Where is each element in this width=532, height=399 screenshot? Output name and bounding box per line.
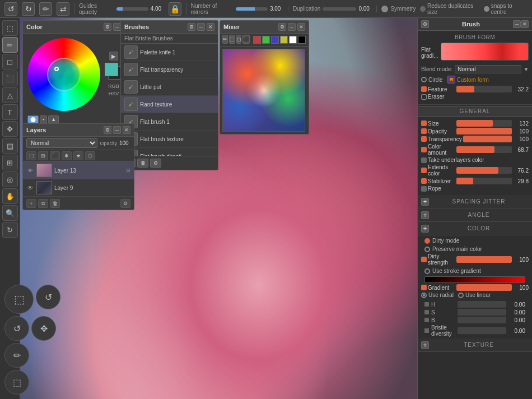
duplication-slider[interactable] — [323, 7, 356, 11]
brush-panel-minimize-button[interactable]: ─ — [513, 20, 521, 28]
b-slider[interactable] — [458, 317, 506, 323]
symmetry-toggle[interactable] — [381, 6, 388, 12]
layers-minimize-button[interactable]: ─ — [113, 126, 121, 134]
brush-item-palette-knife[interactable]: 🖌 Palette knife 1 — [121, 44, 218, 61]
bristle-diversity-slider[interactable] — [458, 327, 506, 334]
mixer-tool-1[interactable]: ✏ — [222, 35, 228, 44]
feature-slider[interactable] — [456, 86, 512, 92]
mixer-tool-2[interactable]: ⬚ — [229, 35, 235, 44]
mixer-color-white[interactable] — [289, 36, 297, 44]
blend-mode-value[interactable]: Normal — [455, 65, 521, 73]
mixer-settings-button[interactable]: ⚙ — [278, 23, 286, 31]
extends-color-slider[interactable] — [456, 167, 512, 174]
mixer-minimize-button[interactable]: ─ — [288, 23, 296, 31]
mixer-tool-4[interactable]: ⬛ — [242, 35, 250, 44]
transparency-slider[interactable] — [463, 136, 512, 142]
mixer-canvas[interactable] — [222, 49, 305, 132]
layer-icon-2[interactable]: ⊞ — [38, 151, 48, 160]
color-mode-triangle[interactable]: ▲ — [48, 115, 59, 123]
mixer-color-green[interactable] — [262, 36, 270, 44]
size-slider[interactable] — [456, 120, 512, 127]
circle-option[interactable]: Circle — [421, 76, 443, 83]
spacing-jitter-expand-button[interactable]: + — [421, 198, 429, 206]
brush-tool-button[interactable]: ✏ — [39, 2, 52, 16]
layer-visibility-9[interactable]: 👁 — [26, 184, 34, 192]
custom-form-option[interactable]: Custom form — [447, 76, 489, 83]
tool-shape[interactable]: △ — [2, 87, 18, 103]
lock-button[interactable]: 🔒 — [169, 2, 181, 16]
texture-expand-button[interactable]: + — [421, 341, 429, 349]
canvas-button[interactable]: ⬚ — [4, 285, 34, 314]
stroke-gradient-toggle[interactable] — [424, 268, 430, 274]
layer-copy-button[interactable]: ⧉ — [38, 199, 48, 208]
rotate-reset-button[interactable]: ↺ — [4, 316, 29, 341]
blend-mode-select[interactable]: Normal — [26, 138, 97, 148]
brush-item-flat-brush1[interactable]: 🖌 Flat brush 1 — [121, 113, 218, 131]
blend-button[interactable]: ⬚ — [4, 370, 29, 395]
guides-opacity-slider[interactable] — [116, 7, 148, 11]
tool-eraser[interactable]: ◻ — [2, 54, 18, 69]
layers-settings-button[interactable]: ⚙ — [104, 126, 111, 134]
layer-delete-button[interactable]: 🗑 — [50, 199, 60, 208]
brush-item-flat-brush-texture[interactable]: 🖌 Flat brush texture — [121, 131, 218, 148]
brush-settings-button[interactable]: ⚙ — [150, 159, 161, 168]
use-radial-option[interactable]: Use radial — [421, 292, 454, 298]
stabilizer-slider[interactable] — [456, 178, 512, 184]
layer-visibility-13[interactable]: 👁 — [26, 166, 34, 174]
layer-icon-4[interactable]: ✱ — [62, 151, 72, 160]
brushes-settings-button[interactable]: ⚙ — [188, 23, 195, 31]
mixer-color-blue[interactable] — [271, 36, 279, 44]
color-swatch-foreground[interactable] — [105, 63, 118, 76]
brush-item-flat-transparency[interactable]: 🖌 Flat transparency — [121, 61, 218, 78]
brush-item-flat-brush-directi[interactable]: 🖌 Flat brush directi... — [121, 148, 218, 156]
brush-panel-settings-button[interactable]: ⚙ — [421, 20, 429, 28]
brushes-minimize-button[interactable]: ─ — [197, 23, 205, 31]
s-slider[interactable] — [458, 309, 506, 316]
tool-crop[interactable]: ⊞ — [2, 155, 18, 170]
layer-add-button[interactable]: + — [26, 199, 36, 208]
undo-button[interactable]: ↺ — [4, 2, 17, 16]
layer-icon-3[interactable]: ⬛ — [50, 151, 60, 160]
color-wheel[interactable] — [27, 38, 100, 111]
layer-icon-1[interactable]: ⬚ — [26, 151, 36, 160]
tool-rotate[interactable]: ↻ — [2, 222, 18, 238]
tool-pan[interactable]: ✋ — [2, 188, 18, 204]
symmetry-tool-button[interactable]: ⇄ — [57, 2, 69, 16]
mixer-color-red[interactable] — [253, 36, 261, 44]
h-slider[interactable] — [458, 301, 506, 308]
brush-item-little-put[interactable]: 🖌 Little put — [121, 78, 218, 96]
layer-item-13[interactable]: 👁 Layer 13 ⊞ — [23, 162, 134, 179]
brush-panel-close-button[interactable]: ✕ — [521, 20, 529, 28]
color-settings-button[interactable]: ⚙ — [104, 23, 111, 31]
color-amount-slider[interactable] — [456, 146, 512, 153]
tool-fill[interactable]: ⬛ — [2, 71, 18, 86]
gradient-slider[interactable] — [456, 284, 512, 291]
color-arrow-button[interactable]: ▶ — [109, 52, 118, 61]
color-mode-wheel[interactable]: ⬤ — [27, 115, 39, 123]
mixer-tool-3[interactable]: ◻ — [236, 35, 241, 44]
brush-delete-button[interactable]: 🗑 — [137, 159, 148, 168]
redo-button[interactable]: ↻ — [22, 2, 35, 16]
preserve-main-toggle[interactable] — [424, 247, 430, 252]
color-expand-button[interactable]: + — [421, 225, 429, 233]
color-minimize-button[interactable]: ─ — [113, 23, 121, 31]
mixer-color-yellow[interactable] — [280, 36, 288, 44]
brushes-close-button[interactable]: ✕ — [207, 23, 214, 31]
mixer-close-button[interactable]: ✕ — [297, 23, 305, 31]
tool-zoom[interactable]: 🔍 — [2, 205, 18, 221]
use-linear-option[interactable]: Use linear — [458, 292, 491, 298]
layer-icon-5[interactable]: ★ — [73, 151, 83, 160]
mirrors-slider[interactable] — [236, 7, 268, 11]
dirty-mode-toggle[interactable] — [424, 238, 430, 244]
brush-item-rand-texture[interactable]: 🖌 Rand texture — [121, 96, 218, 113]
tool-gradient[interactable]: ▤ — [2, 138, 18, 154]
tool-text[interactable]: T — [2, 104, 18, 120]
layer-item-9[interactable]: 👁 Layer 9 — [23, 179, 134, 197]
navigate-button[interactable]: ✥ — [31, 316, 56, 341]
undo-circle-button[interactable]: ↺ — [36, 285, 60, 309]
opacity-slider[interactable] — [456, 128, 512, 134]
blend-mode-arrow-icon[interactable]: ▼ — [524, 67, 529, 72]
paint-button[interactable]: ✏ — [4, 343, 29, 368]
tool-transform[interactable]: ✥ — [2, 121, 18, 137]
dirty-strength-slider[interactable] — [456, 256, 512, 263]
